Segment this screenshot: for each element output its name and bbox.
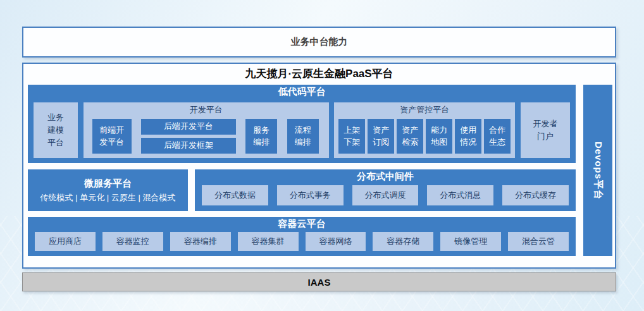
container-item-network: 容器网络	[306, 232, 366, 251]
container-item-image-mgmt: 镜像管理	[440, 232, 501, 251]
business-modeling-card: 业务 建模 平台	[34, 102, 78, 158]
iaas-layer-bar: IAAS	[22, 272, 616, 291]
container-cloud-section: 容器云平台 应用商店 容器监控 容器编排 容器集群 容器网络 容器存储 镜像管理…	[28, 217, 576, 256]
backend-framework-card: 后端开发框架	[141, 138, 236, 154]
microservice-platform-title: 微服务平台	[84, 178, 132, 190]
dev-platform-panel: 开发平台 前端开 发平台 后端开发平台 后端开发框架 服务 编排 流程 编排	[84, 102, 329, 158]
container-item-app-store: 应用商店	[35, 232, 96, 251]
container-item-storage: 容器存储	[373, 232, 433, 251]
business-midplatform-banner: 业务中台能力	[22, 27, 616, 58]
container-item-hybrid-cloud: 混合云管	[508, 232, 569, 251]
asset-item-onoff-shelf: 上架 下架	[338, 119, 365, 154]
middleware-items: 分布式数据 分布式事务 分布式调度 分布式消息 分布式缓存	[202, 185, 569, 205]
dev-platform-title: 开发平台	[84, 104, 329, 117]
frontend-dev-card: 前端开 发平台	[92, 119, 132, 154]
middleware-section: 分布式中间件 分布式数据 分布式事务 分布式调度 分布式消息 分布式缓存	[195, 169, 576, 211]
asset-control-items: 上架 下架 资产 订阅 资产 检索 能力 地图 使用 情况 合作 生态	[338, 119, 511, 154]
asset-control-panel: 资产管控平台 上架 下架 资产 订阅 资产 检索 能力 地图 使用 情况 合作 …	[334, 102, 515, 158]
middleware-item-data: 分布式数据	[202, 185, 268, 205]
business-midplatform-label: 业务中台能力	[291, 36, 348, 48]
lowcode-platform-section: 低代码平台 业务 建模 平台 开发平台 前端开 发平台 后端开发平台 后端开发框…	[28, 85, 576, 163]
lowcode-platform-row: 业务 建模 平台 开发平台 前端开 发平台 后端开发平台 后端开发框架 服务 编…	[34, 102, 570, 158]
service-orchestration-card: 服务 编排	[245, 119, 277, 154]
paas-platform-panel: 九天揽月·云原生金融PaaS平台 低代码平台 业务 建模 平台 开发平台 前端开…	[22, 63, 616, 269]
microservice-platform-section: 微服务平台 传统模式 | 单元化 | 云原生 | 混合模式	[28, 169, 188, 211]
asset-item-usage: 使用 情况	[455, 119, 481, 154]
container-cloud-title: 容器云平台	[28, 218, 576, 232]
platform-title: 九天揽月·云原生金融PaaS平台	[23, 66, 615, 83]
middleware-item-cache: 分布式缓存	[502, 185, 569, 205]
devops-platform-label: Devops平台	[592, 141, 604, 199]
asset-control-title: 资产管控平台	[334, 104, 515, 117]
container-item-orchestration: 容器编排	[170, 232, 231, 251]
middleware-item-scheduling: 分布式调度	[352, 185, 419, 205]
container-item-cluster: 容器集群	[238, 232, 299, 251]
iaas-label: IAAS	[308, 277, 331, 288]
middleware-item-message: 分布式消息	[427, 185, 493, 205]
middleware-item-transaction: 分布式事务	[277, 185, 344, 205]
dev-platform-items: 前端开 发平台 后端开发平台 后端开发框架 服务 编排 流程 编排	[92, 119, 319, 154]
asset-item-search: 资产 检索	[397, 119, 423, 154]
asset-item-subscription: 资产 订阅	[368, 119, 394, 154]
devops-platform-bar: Devops平台	[583, 85, 612, 256]
microservice-modes: 传统模式 | 单元化 | 云原生 | 混合模式	[40, 192, 176, 204]
asset-item-capability-map: 能力 地图	[426, 119, 452, 154]
process-orchestration-card: 流程 编排	[287, 119, 319, 154]
container-cloud-items: 应用商店 容器监控 容器编排 容器集群 容器网络 容器存储 镜像管理 混合云管	[35, 232, 569, 251]
container-item-monitoring: 容器监控	[102, 232, 163, 251]
backend-platform-card: 后端开发平台	[141, 119, 236, 135]
backend-stack: 后端开发平台 后端开发框架	[141, 119, 236, 154]
developer-portal-card: 开发者 门户	[521, 102, 570, 158]
asset-item-ecosystem: 合作 生态	[484, 119, 511, 154]
middleware-title: 分布式中间件	[195, 171, 576, 185]
lowcode-platform-title: 低代码平台	[28, 86, 576, 100]
